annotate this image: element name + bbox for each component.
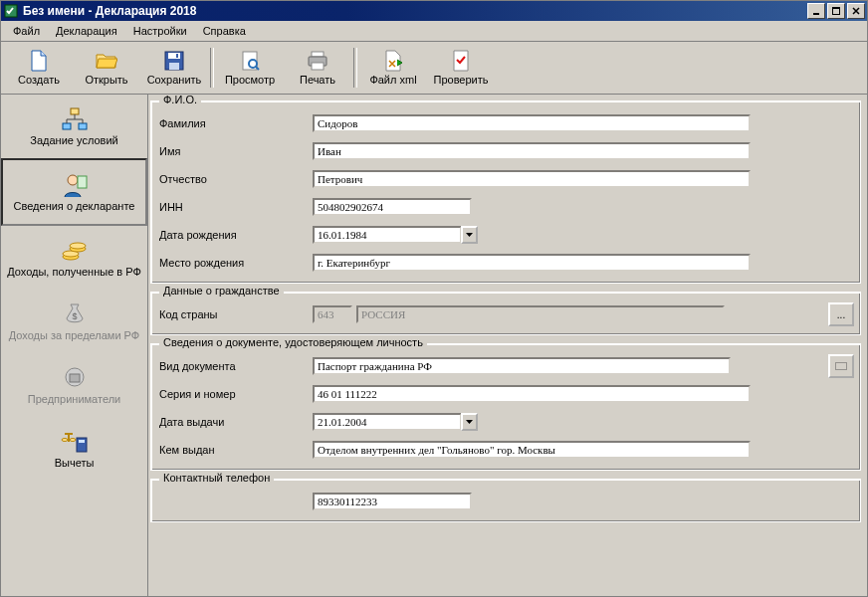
pob-input[interactable] (313, 254, 751, 272)
menubar: Файл Декларация Настройки Справка (1, 21, 867, 42)
sidebar-item-income-abroad[interactable]: $ Доходы за пределами РФ (1, 290, 147, 353)
print-icon (307, 50, 328, 72)
toolbar-check[interactable]: Проверить (427, 45, 495, 91)
coins-icon (61, 238, 89, 264)
content-panel: Ф.И.О. Фамилия Имя Отчество ИНН (148, 95, 867, 596)
dob-combo[interactable] (313, 226, 478, 244)
toolbar-create-label: Создать (18, 74, 60, 86)
save-icon (163, 50, 185, 72)
group-iddoc-title: Сведения о документе, удостоверяющем лич… (159, 336, 427, 348)
svg-point-27 (70, 438, 76, 441)
sidebar-item-entrepreneurs[interactable]: Предприниматели (1, 353, 147, 417)
svg-rect-6 (169, 63, 179, 70)
name-input[interactable] (313, 142, 751, 160)
toolbar-open-label: Открыть (85, 74, 127, 86)
inn-input[interactable] (313, 198, 472, 216)
doc-type-label: Вид документа (157, 360, 309, 372)
main-area: Задание условий Сведения о декларанте До… (1, 95, 867, 596)
menu-declaration[interactable]: Декларация (48, 23, 125, 39)
toolbar-save[interactable]: Сохранить (140, 45, 208, 91)
toolbar-open[interactable]: Открыть (73, 45, 140, 91)
group-fio: Ф.И.О. Фамилия Имя Отчество ИНН (150, 100, 861, 284)
svg-rect-16 (79, 123, 87, 129)
svg-rect-1 (813, 13, 819, 15)
group-phone: Контактный телефон (150, 479, 861, 522)
country-code-label: Код страны (157, 308, 309, 320)
svg-rect-5 (168, 53, 180, 59)
sidebar-label-declarant: Сведения о декларанте (14, 200, 135, 212)
toolbar-create[interactable]: Создать (5, 45, 73, 91)
toolbar-check-label: Проверить (433, 74, 488, 86)
menu-settings[interactable]: Настройки (125, 23, 195, 39)
sidebar-item-conditions[interactable]: Задание условий (1, 95, 147, 158)
doc-issuedby-input[interactable] (313, 441, 751, 459)
doc-type-browse-button[interactable] (828, 354, 854, 378)
sidebar-label-income-rf: Доходы, полученные в РФ (7, 266, 141, 278)
scales-calc-icon (61, 429, 89, 455)
inn-label: ИНН (157, 201, 309, 213)
titlebar: Без имени - Декларация 2018 (1, 1, 867, 21)
person-icon (61, 172, 89, 198)
minimize-button[interactable] (807, 3, 825, 19)
briefcase-icon (61, 365, 89, 391)
toolbar-save-label: Сохранить (147, 74, 202, 86)
check-icon (450, 50, 472, 72)
sidebar-label-conditions: Задание условий (30, 134, 117, 146)
dob-label: Дата рождения (157, 229, 309, 241)
svg-rect-11 (312, 52, 324, 57)
svg-rect-30 (836, 363, 847, 370)
doc-type-input[interactable] (313, 357, 731, 375)
country-browse-button[interactable]: ... (828, 302, 854, 326)
menu-help[interactable]: Справка (195, 23, 254, 39)
moneybag-icon: $ (61, 301, 89, 327)
app-window: Без имени - Декларация 2018 Файл Деклара… (0, 0, 868, 597)
country-name-input (356, 305, 725, 323)
doc-issuedate-input[interactable] (313, 413, 462, 431)
dob-input[interactable] (313, 226, 462, 244)
chevron-down-icon[interactable] (461, 226, 478, 244)
toolbar-preview-label: Просмотр (225, 74, 275, 86)
svg-rect-29 (79, 440, 85, 443)
new-file-icon (28, 50, 50, 72)
org-chart-icon (61, 106, 89, 132)
sidebar-item-declarant[interactable]: Сведения о декларанте (1, 158, 147, 226)
sidebar-item-income-rf[interactable]: Доходы, полученные в РФ (1, 226, 147, 290)
doc-issuedate-combo[interactable] (313, 413, 478, 431)
country-code-input (313, 305, 352, 323)
toolbar-separator (353, 48, 357, 88)
toolbar-print-label: Печать (300, 74, 335, 86)
svg-rect-13 (312, 63, 324, 70)
maximize-button[interactable] (827, 3, 845, 19)
phone-input[interactable] (313, 493, 472, 510)
surname-input[interactable] (313, 114, 751, 132)
toolbar-separator (210, 48, 214, 88)
xml-file-icon (382, 50, 404, 72)
svg-rect-7 (176, 54, 178, 58)
svg-rect-15 (63, 123, 71, 129)
patronymic-input[interactable] (313, 170, 751, 188)
toolbar-print[interactable]: Печать (284, 45, 351, 91)
app-icon (3, 3, 19, 19)
menu-file[interactable]: Файл (5, 23, 48, 39)
doc-series-input[interactable] (313, 385, 751, 403)
chevron-down-icon[interactable] (461, 413, 478, 431)
svg-rect-18 (78, 176, 87, 188)
ellipsis-icon (835, 362, 847, 370)
group-citizenship: Данные о гражданстве Код страны ... (150, 292, 861, 335)
patronymic-label: Отчество (157, 173, 309, 185)
name-label: Имя (157, 145, 309, 157)
surname-label: Фамилия (157, 117, 309, 129)
toolbar-preview[interactable]: Просмотр (216, 45, 284, 91)
folder-open-icon (96, 50, 117, 72)
svg-rect-3 (832, 7, 840, 9)
preview-icon (239, 50, 261, 72)
close-button[interactable] (847, 3, 865, 19)
doc-series-label: Серия и номер (157, 388, 309, 400)
toolbar: Создать Открыть Сохранить Просмотр Печат… (1, 42, 867, 95)
sidebar: Задание условий Сведения о декларанте До… (1, 95, 148, 596)
svg-rect-25 (70, 374, 80, 382)
group-fio-title: Ф.И.О. (159, 95, 201, 105)
svg-point-22 (70, 243, 86, 249)
sidebar-item-deductions[interactable]: Вычеты (1, 417, 147, 481)
toolbar-xml[interactable]: Файл xml (359, 45, 427, 91)
